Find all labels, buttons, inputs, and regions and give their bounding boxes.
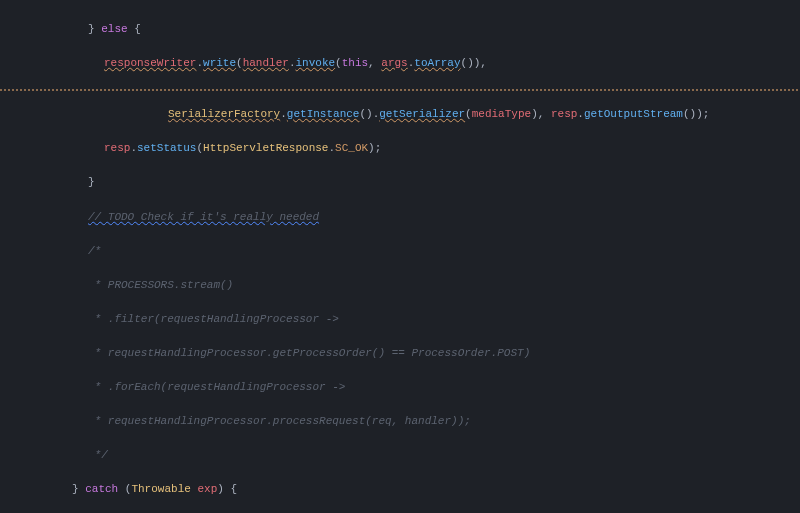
- code-line[interactable]: * requestHandlingProcessor.processReques…: [8, 413, 800, 430]
- code-line[interactable]: */: [8, 447, 800, 464]
- code-editor[interactable]: } else { responseWriter.write(handler.in…: [0, 0, 800, 513]
- code-line[interactable]: SerializerFactory.getInstance().getSeria…: [8, 106, 800, 123]
- warning-gutter: [0, 89, 800, 91]
- code-line[interactable]: /*: [8, 243, 800, 260]
- code-line[interactable]: } else {: [8, 21, 800, 38]
- code-line[interactable]: * .filter(requestHandlingProcessor ->: [8, 311, 800, 328]
- code-line[interactable]: // TODO Check if it's really needed: [8, 209, 800, 226]
- code-line[interactable]: } catch (Throwable exp) {: [8, 481, 800, 498]
- code-line[interactable]: resp.setStatus(HttpServletResponse.SC_OK…: [8, 140, 800, 157]
- code-line[interactable]: responseWriter.write(handler.invoke(this…: [8, 55, 800, 72]
- code-line[interactable]: }: [8, 174, 800, 191]
- code-line[interactable]: * requestHandlingProcessor.getProcessOrd…: [8, 345, 800, 362]
- code-line[interactable]: * .forEach(requestHandlingProcessor ->: [8, 379, 800, 396]
- code-line[interactable]: * PROCESSORS.stream(): [8, 277, 800, 294]
